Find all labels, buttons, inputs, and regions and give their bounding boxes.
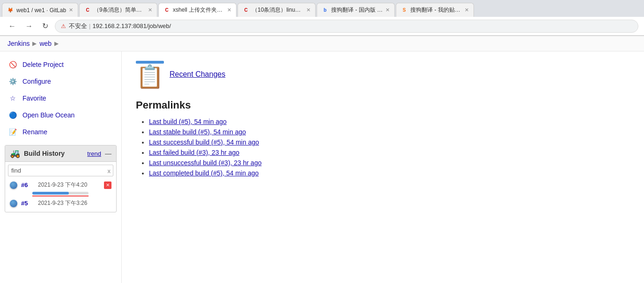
tab-tab1[interactable]: 🦊web1 / we1 · GitLab✕ — [2, 3, 78, 17]
build-progress-fill-0 — [32, 192, 69, 195]
main-layout: 🚫Delete Project⚙️Configure☆Favorite🔵Open… — [0, 51, 644, 283]
build-history: 🚜Build Historytrend —x#62021-9-23 下午4:20… — [5, 145, 117, 212]
tab-close-icon[interactable]: ✕ — [306, 7, 311, 13]
build-progress-red-0 — [32, 196, 89, 196]
tab-label: xshell 上传文件夹- CS… — [173, 6, 224, 14]
build-date-0: 2021-9-23 下午4:20 — [38, 181, 100, 189]
breadcrumb: Jenkins ▶ web ▶ — [0, 36, 644, 51]
trend-link[interactable]: trend — [87, 150, 101, 157]
address-text: 192.168.2.137:8081/job/web/ — [92, 22, 171, 29]
content-area: 📋 Recent Changes Permalinks Last build (… — [122, 51, 644, 283]
permalink-link-last-unsuccessful[interactable]: Last unsuccessful build (#3), 23 hr ago — [149, 159, 261, 167]
insecure-icon: ⚠ — [61, 23, 66, 29]
permalink-item: Last completed build (#5), 54 min ago — [149, 169, 630, 177]
tab-label: 搜狗翻译 - 国内版 Bin… — [331, 6, 383, 14]
page: Jenkins ▶ web ▶ 🚫Delete Project⚙️Configu… — [0, 36, 644, 283]
tab-tab3[interactable]: Cxshell 上传文件夹- CS…✕ — [158, 3, 237, 17]
build-progress-bar-0 — [32, 192, 89, 195]
recent-changes-link[interactable]: Recent Changes — [170, 70, 225, 79]
permalink-item: Last stable build (#5), 54 min ago — [149, 128, 630, 136]
permalinks-list: Last build (#5), 54 min agoLast stable b… — [136, 118, 630, 177]
build-history-body: x#62021-9-23 下午4:20✕#52021-9-23 下午3:26 — [5, 162, 116, 212]
sidebar: 🚫Delete Project⚙️Configure☆Favorite🔵Open… — [0, 51, 122, 283]
permalink-link-last-build[interactable]: Last build (#5), 54 min ago — [149, 118, 227, 125]
permalink-item: Last unsuccessful build (#3), 23 hr ago — [149, 159, 630, 167]
find-input[interactable] — [8, 165, 113, 176]
tab-label: （10条消息）linux xshe… — [252, 6, 303, 14]
refresh-button[interactable]: ↻ — [39, 20, 51, 32]
permalinks-section: Permalinks Last build (#5), 54 min agoLa… — [136, 99, 630, 177]
sidebar-item-favorite[interactable]: ☆Favorite — [0, 90, 121, 107]
tab-tab5[interactable]: b搜狗翻译 - 国内版 Bin…✕ — [317, 3, 395, 17]
build-item-1: #52021-9-23 下午3:26 — [8, 197, 113, 209]
tab-label: web1 / we1 · GitLab — [16, 7, 66, 14]
sidebar-item-delete-project[interactable]: 🚫Delete Project — [0, 56, 121, 73]
delete-project-icon: 🚫 — [7, 59, 18, 70]
tab-bar: 🦊web1 / we1 · GitLab✕C（9条消息）简单实用的…✕Cxshe… — [0, 0, 644, 17]
notebook-icon-wrapper: 📋 — [136, 61, 164, 88]
tab-close-icon[interactable]: ✕ — [465, 7, 469, 13]
open-blue-ocean-icon: 🔵 — [7, 110, 18, 120]
permalink-link-last-failed[interactable]: Last failed build (#3), 23 hr ago — [149, 149, 239, 156]
nav-bar: ← → ↻ ⚠ 不安全 | 192.168.2.137:8081/job/web… — [0, 17, 644, 36]
tab-close-icon[interactable]: ✕ — [69, 7, 73, 13]
permalink-item: Last build (#5), 54 min ago — [149, 118, 630, 125]
sidebar-item-label-open-blue-ocean: Open Blue Ocean — [22, 111, 74, 119]
find-input-wrapper: x — [8, 165, 113, 176]
configure-icon: ⚙️ — [7, 76, 18, 87]
breadcrumb-sep-1: ▶ — [32, 40, 37, 47]
permalink-item: Last failed build (#3), 23 hr ago — [149, 149, 630, 156]
sidebar-item-label-rename: Rename — [22, 128, 47, 136]
sidebar-item-rename[interactable]: 📝Rename — [0, 123, 121, 140]
permalinks-title: Permalinks — [136, 99, 630, 111]
build-progress-wrapper-0 — [32, 192, 113, 196]
back-button[interactable]: ← — [6, 20, 19, 32]
rc-top-bar — [136, 61, 164, 64]
build-date-1: 2021-9-23 下午3:26 — [38, 199, 111, 207]
sidebar-item-label-favorite: Favorite — [22, 94, 46, 102]
build-cancel-button-0[interactable]: ✕ — [104, 181, 111, 189]
breadcrumb-sep-2: ▶ — [54, 40, 59, 47]
build-item-0: #62021-9-23 下午4:20✕ — [8, 179, 113, 196]
find-clear-button[interactable]: x — [108, 167, 111, 174]
permalink-link-last-successful[interactable]: Last successful build (#5), 54 min ago — [149, 138, 259, 146]
breadcrumb-web[interactable]: web — [39, 40, 52, 47]
favorite-icon: ☆ — [7, 93, 18, 103]
sidebar-item-label-delete-project: Delete Project — [22, 61, 64, 68]
sidebar-item-open-blue-ocean[interactable]: 🔵Open Blue Ocean — [0, 107, 121, 123]
build-history-header: 🚜Build Historytrend — — [5, 145, 116, 162]
tab-label: 搜狗翻译 - 我的贴身… — [410, 6, 462, 14]
permalink-link-last-stable[interactable]: Last stable build (#5), 54 min ago — [149, 128, 246, 136]
build-history-title: Build History — [24, 150, 83, 157]
tab-tab4[interactable]: C（10条消息）linux xshe…✕ — [237, 3, 316, 17]
address-bar[interactable]: ⚠ 不安全 | 192.168.2.137:8081/job/web/ — [55, 20, 638, 33]
sidebar-item-label-configure: Configure — [22, 78, 51, 85]
breadcrumb-jenkins[interactable]: Jenkins — [7, 40, 30, 47]
address-separator: | — [89, 22, 90, 29]
notebook-icon: 📋 — [136, 64, 164, 89]
tab-label: （9条消息）简单实用的… — [94, 6, 145, 14]
permalink-item: Last successful build (#5), 54 min ago — [149, 138, 630, 146]
build-status-ball-0 — [10, 181, 17, 189]
tab-close-icon[interactable]: ✕ — [385, 7, 390, 13]
tab-close-icon[interactable]: ✕ — [148, 7, 152, 13]
browser-chrome: 🦊web1 / we1 · GitLab✕C（9条消息）简单实用的…✕Cxshe… — [0, 0, 644, 36]
forward-button[interactable]: → — [22, 20, 36, 32]
sidebar-item-configure[interactable]: ⚙️Configure — [0, 73, 121, 90]
tab-tab2[interactable]: C（9条消息）简单实用的…✕ — [79, 3, 157, 17]
tab-tab6[interactable]: S搜狗翻译 - 我的贴身…✕ — [396, 3, 474, 17]
build-row-1: #52021-9-23 下午3:26 — [8, 197, 113, 209]
permalink-link-last-completed[interactable]: Last completed build (#5), 54 min ago — [149, 169, 259, 177]
build-number-link-0[interactable]: #6 — [21, 181, 34, 189]
recent-changes-section: 📋 Recent Changes — [136, 61, 630, 88]
build-history-icon: 🚜 — [10, 148, 20, 159]
build-row-0: #62021-9-23 下午4:20✕ — [8, 179, 113, 191]
build-status-ball-1 — [10, 200, 17, 207]
insecure-label: 不安全 — [69, 22, 87, 30]
trend-dash: — — [105, 150, 111, 157]
tab-close-icon[interactable]: ✕ — [227, 7, 231, 13]
rename-icon: 📝 — [7, 127, 18, 137]
build-number-link-1[interactable]: #5 — [21, 200, 34, 207]
